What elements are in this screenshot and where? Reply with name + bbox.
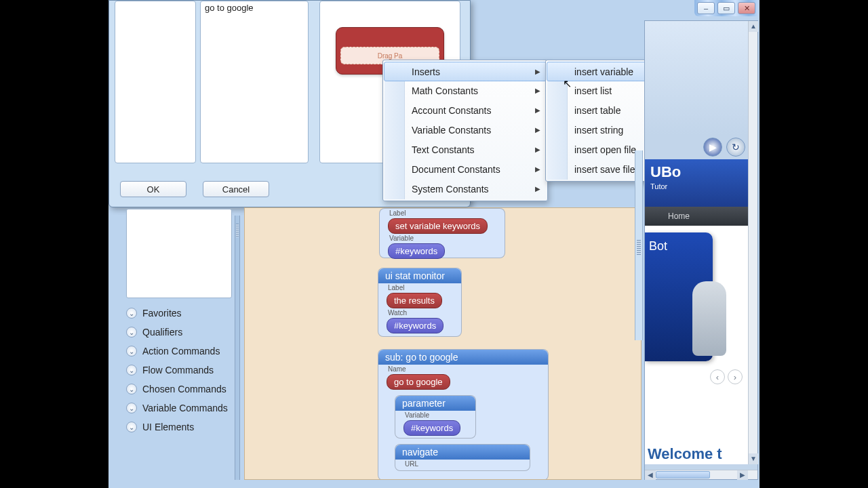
- pill-keywords[interactable]: #keywords: [403, 420, 460, 436]
- chevron-down-icon: ⌄: [126, 365, 137, 375]
- chevron-down-icon: ⌄: [126, 308, 137, 319]
- menu-item-text-constants[interactable]: Text Constants▶: [384, 140, 546, 159]
- category-variable-commands[interactable]: ⌄Variable Commands: [123, 399, 250, 418]
- menu-label: insert table: [574, 105, 620, 116]
- pill-keywords[interactable]: #keywords: [388, 243, 445, 259]
- category-label: Action Commands: [142, 346, 220, 357]
- submenu-arrow-icon: ▶: [535, 68, 540, 75]
- field-label: Label: [389, 209, 505, 217]
- horizontal-scrollbar[interactable]: ◀ ▶: [645, 470, 757, 479]
- category-chosen-commands[interactable]: ⌄Chosen Commands: [123, 380, 250, 399]
- menu-label: Variable Constants: [412, 125, 491, 136]
- pill-go-to-google[interactable]: go to google: [387, 374, 450, 390]
- canvas-splitter[interactable]: [635, 150, 643, 340]
- menu-label: Math Constants: [412, 85, 478, 96]
- menu-label: insert open file: [574, 144, 636, 155]
- command-sidebar: ⌄Favorites ⌄Qualifiers ⌄Action Commands …: [123, 209, 250, 436]
- field-label: Name: [388, 365, 548, 373]
- pill-set-variable-keywords[interactable]: set variable keywords: [388, 218, 488, 234]
- cancel-button[interactable]: Cancel: [203, 181, 269, 197]
- menu-label: insert list: [574, 85, 612, 96]
- submenu-arrow-icon: ▶: [535, 126, 540, 134]
- play-icon[interactable]: ▶: [703, 138, 722, 157]
- menu-label: insert string: [574, 125, 623, 136]
- menu-item-account-constants[interactable]: Account Constants▶: [384, 100, 546, 120]
- node-sub-go-to-google[interactable]: sub: go to google Name go to google para…: [378, 349, 549, 480]
- field-label: Label: [388, 284, 461, 291]
- embedded-browser: ▶ ↻ UBo Tutor Home Bot ‹ › Welcome t ▲ ▼: [644, 20, 758, 480]
- vertical-scrollbar[interactable]: ▲ ▼: [748, 21, 757, 464]
- menu-label: insert variable: [574, 66, 633, 77]
- menu-label: insert save file: [574, 164, 635, 175]
- grip-icon: [236, 224, 239, 237]
- brand-text: UBo: [650, 163, 681, 180]
- field-label: Variable: [389, 235, 505, 242]
- script-canvas[interactable]: Label set variable keywords Variable #ke…: [244, 207, 642, 480]
- brand-subtitle: Tutor: [650, 182, 743, 190]
- submenu-arrow-icon: ▶: [535, 165, 540, 173]
- browser-page[interactable]: UBo Tutor Home Bot ‹ › Welcome t: [645, 159, 748, 464]
- field-label: URL: [405, 460, 530, 468]
- menu-item-math-constants[interactable]: Math Constants▶: [384, 81, 546, 100]
- boxshot-label: Bot: [649, 239, 667, 253]
- node-navigate[interactable]: navigate URL: [395, 444, 530, 471]
- category-ui-elements[interactable]: ⌄UI Elements: [123, 418, 250, 436]
- scroll-up-icon[interactable]: ▲: [749, 21, 758, 32]
- chevron-down-icon: ⌄: [126, 403, 137, 413]
- scroll-right-icon[interactable]: ▶: [737, 470, 748, 480]
- menu-label: Document Constants: [412, 164, 500, 175]
- category-action-commands[interactable]: ⌄Action Commands: [123, 342, 250, 361]
- site-hero: UBo Tutor: [645, 159, 748, 207]
- node-parameter[interactable]: parameter Variable #keywords: [395, 395, 476, 439]
- category-qualifiers[interactable]: ⌄Qualifiers: [123, 323, 250, 342]
- grip-icon: [637, 240, 641, 255]
- scroll-left-icon[interactable]: ◀: [645, 470, 656, 480]
- menu-label: Account Constants: [412, 105, 492, 116]
- dialog-list-item[interactable]: go to google: [205, 3, 304, 13]
- field-label: Variable: [405, 411, 475, 419]
- chevron-down-icon: ⌄: [126, 384, 137, 394]
- browser-toolbar-area: [645, 21, 748, 135]
- node-set-variable[interactable]: Label set variable keywords Variable #ke…: [379, 208, 505, 258]
- node-ui-stat-monitor[interactable]: ui stat monitor Label the results Watch …: [378, 268, 462, 337]
- menu-item-inserts[interactable]: Inserts▶: [384, 62, 547, 81]
- dialog-list-left[interactable]: [115, 1, 196, 163]
- refresh-icon[interactable]: ↻: [726, 138, 745, 157]
- minimize-button[interactable]: –: [697, 2, 715, 14]
- dialog-list-middle[interactable]: go to google: [200, 1, 309, 163]
- category-label: Flow Commands: [142, 365, 214, 375]
- scroll-down-icon[interactable]: ▼: [749, 453, 758, 464]
- context-menu: Inserts▶ Math Constants▶ Account Constan…: [382, 60, 548, 201]
- ok-button[interactable]: OK: [120, 181, 186, 197]
- browser-controls: ▶ ↻: [645, 135, 748, 159]
- gallery-next-icon[interactable]: ›: [728, 369, 743, 384]
- node-header: navigate: [395, 445, 530, 460]
- nav-home[interactable]: Home: [668, 211, 690, 221]
- menu-item-system-constants[interactable]: System Constants▶: [384, 179, 546, 199]
- pill-the-results[interactable]: the results: [387, 293, 442, 308]
- submenu-arrow-icon: ▶: [535, 185, 540, 192]
- menu-label: Inserts: [412, 66, 440, 77]
- field-label: Watch: [388, 309, 461, 317]
- site-navbar: Home: [645, 207, 748, 226]
- menu-item-document-constants[interactable]: Document Constants▶: [384, 159, 546, 179]
- submenu-arrow-icon: ▶: [535, 146, 540, 153]
- pill-keywords[interactable]: #keywords: [387, 318, 443, 333]
- maximize-button[interactable]: ▭: [717, 2, 735, 14]
- gallery-prev-icon[interactable]: ‹: [710, 369, 725, 384]
- sidebar-splitter[interactable]: [235, 216, 240, 480]
- menu-item-variable-constants[interactable]: Variable Constants▶: [384, 120, 546, 140]
- node-header: ui stat monitor: [378, 268, 461, 283]
- gallery-nav: ‹ ›: [710, 369, 743, 384]
- scroll-thumb[interactable]: [656, 471, 710, 479]
- category-label: Variable Commands: [142, 403, 228, 413]
- category-flow-commands[interactable]: ⌄Flow Commands: [123, 361, 250, 380]
- category-favorites[interactable]: ⌄Favorites: [123, 304, 250, 323]
- robot-icon: [692, 281, 726, 356]
- sidebar-thumbnail: [126, 209, 232, 298]
- submenu-arrow-icon: ▶: [535, 87, 540, 94]
- chevron-down-icon: ⌄: [126, 327, 137, 338]
- close-button[interactable]: ✕: [738, 2, 755, 14]
- menu-label: Text Constants: [412, 144, 475, 155]
- category-label: Qualifiers: [142, 327, 182, 338]
